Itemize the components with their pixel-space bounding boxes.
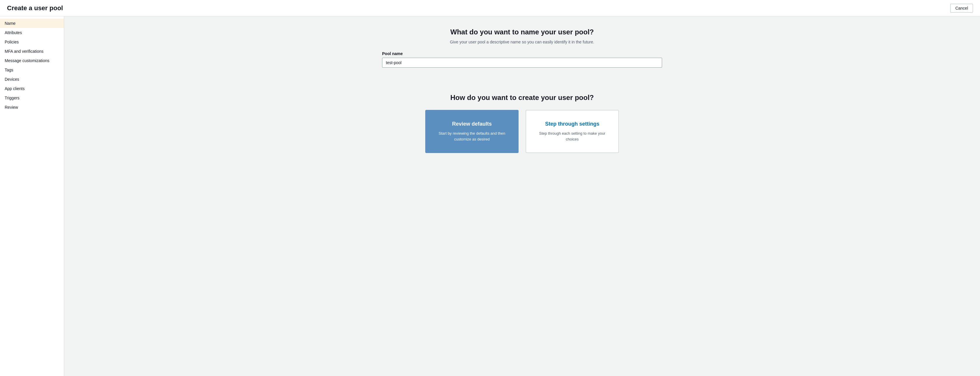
sidebar-item-message-customizations[interactable]: Message customizations: [0, 56, 64, 65]
sidebar-item-triggers[interactable]: Triggers: [0, 93, 64, 103]
pool-name-label: Pool name: [382, 51, 662, 56]
review-defaults-description: Start by reviewing the defaults and then…: [435, 130, 509, 142]
step-through-card[interactable]: Step through settings Step through each …: [526, 110, 619, 153]
creation-section-title: How do you want to create your user pool…: [382, 94, 662, 102]
pool-name-group: Pool name: [382, 51, 662, 68]
step-through-title: Step through settings: [536, 121, 609, 127]
sidebar-item-app-clients[interactable]: App clients: [0, 84, 64, 93]
content-area: What do you want to name your user pool?…: [64, 16, 980, 376]
sidebar-item-mfa[interactable]: MFA and verifications: [0, 47, 64, 56]
review-defaults-title: Review defaults: [435, 121, 509, 127]
sidebar-item-review[interactable]: Review: [0, 103, 64, 112]
pool-name-input[interactable]: [382, 58, 662, 68]
review-defaults-card[interactable]: Review defaults Start by reviewing the d…: [425, 110, 519, 153]
name-section-title: What do you want to name your user pool?: [382, 28, 662, 36]
page-title: Create a user pool: [7, 5, 63, 12]
page-header: Create a user pool Cancel: [0, 0, 980, 16]
cancel-button[interactable]: Cancel: [950, 4, 973, 13]
name-section-subtitle: Give your user pool a descriptive name s…: [382, 40, 662, 44]
sidebar-item-name[interactable]: Name: [0, 19, 64, 28]
sidebar-item-policies[interactable]: Policies: [0, 37, 64, 47]
creation-section: How do you want to create your user pool…: [382, 94, 662, 153]
sidebar-item-tags[interactable]: Tags: [0, 65, 64, 75]
step-through-description: Step through each setting to make your c…: [536, 130, 609, 142]
name-section: What do you want to name your user pool?…: [382, 28, 662, 72]
main-layout: NameAttributesPoliciesMFA and verificati…: [0, 16, 980, 376]
creation-options: Review defaults Start by reviewing the d…: [382, 110, 662, 153]
sidebar-item-devices[interactable]: Devices: [0, 75, 64, 84]
sidebar: NameAttributesPoliciesMFA and verificati…: [0, 16, 64, 376]
sidebar-item-attributes[interactable]: Attributes: [0, 28, 64, 37]
